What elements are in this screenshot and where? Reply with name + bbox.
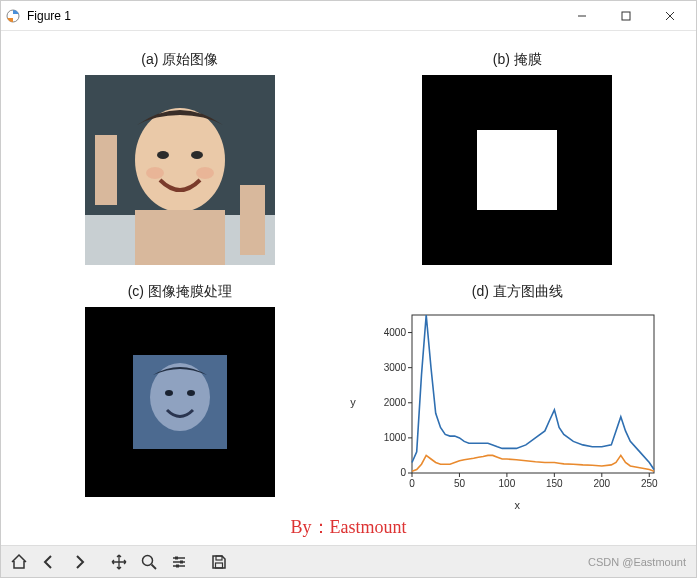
maximize-button[interactable] [604,1,648,31]
svg-point-42 [143,555,153,565]
svg-text:150: 150 [546,478,563,489]
svg-text:4000: 4000 [384,327,407,338]
svg-point-11 [196,167,214,179]
home-button[interactable] [5,549,33,575]
masked-image [85,307,275,497]
panel-c: (c) 图像掩膜处理 [31,283,329,497]
svg-rect-19 [412,315,654,473]
svg-point-17 [165,390,173,396]
svg-point-18 [187,390,195,396]
svg-text:2000: 2000 [384,397,407,408]
panel-d: (d) 直方图曲线 050100150200250010002000300040… [369,283,667,497]
svg-rect-47 [175,556,178,559]
back-button[interactable] [35,549,63,575]
save-button[interactable] [205,549,233,575]
svg-point-10 [146,167,164,179]
figure-canvas: (a) 原始图像 [1,31,696,545]
svg-text:0: 0 [409,478,415,489]
svg-text:200: 200 [594,478,611,489]
window-titlebar: Figure 1 [1,1,696,31]
svg-rect-14 [95,135,117,205]
svg-point-7 [135,108,225,212]
close-button[interactable] [648,1,692,31]
chart-xlabel: x [372,499,662,511]
byline: By：Eastmount [1,515,696,539]
svg-rect-49 [176,564,179,567]
minimize-button[interactable] [560,1,604,31]
panel-b: (b) 掩膜 [369,51,667,265]
svg-rect-12 [135,210,225,265]
panel-b-title: (b) 掩膜 [493,51,542,69]
svg-point-8 [157,151,169,159]
app-icon [5,8,21,24]
panel-a: (a) 原始图像 [31,51,329,265]
svg-text:250: 250 [641,478,658,489]
window-title: Figure 1 [27,9,71,23]
svg-text:3000: 3000 [384,362,407,373]
svg-point-16 [150,363,210,431]
chart-ylabel: y [350,307,356,497]
panel-c-title: (c) 图像掩膜处理 [128,283,232,301]
svg-point-9 [191,151,203,159]
configure-button[interactable] [165,549,193,575]
panel-d-title: (d) 直方图曲线 [472,283,563,301]
svg-text:0: 0 [401,467,407,478]
pan-button[interactable] [105,549,133,575]
histogram-chart: 05010015020025001000200030004000 x y [372,307,662,497]
svg-text:100: 100 [499,478,516,489]
svg-rect-48 [180,560,183,563]
svg-text:1000: 1000 [384,432,407,443]
mask-image [422,75,612,265]
svg-rect-13 [240,185,265,255]
zoom-button[interactable] [135,549,163,575]
matplotlib-toolbar: CSDN @Eastmount [1,545,696,577]
forward-button[interactable] [65,549,93,575]
svg-text:50: 50 [454,478,466,489]
original-image [85,75,275,265]
watermark: CSDN @Eastmount [588,556,692,568]
panel-a-title: (a) 原始图像 [141,51,218,69]
svg-line-43 [152,564,157,569]
svg-rect-2 [622,12,630,20]
svg-rect-50 [216,556,222,560]
